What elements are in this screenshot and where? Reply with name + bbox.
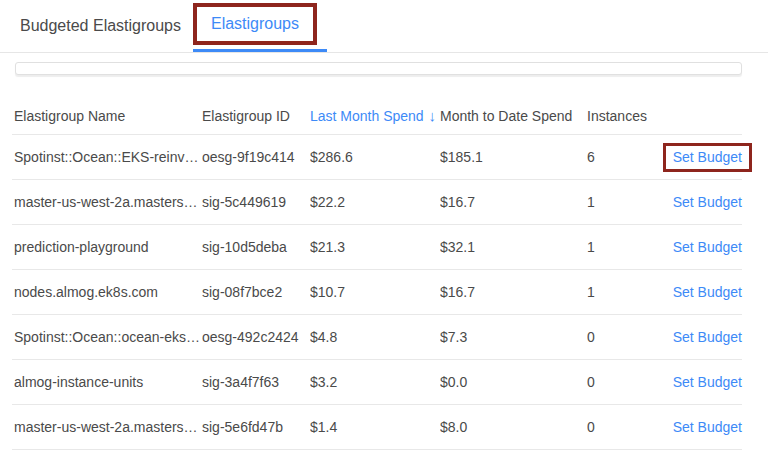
- tab-budgeted-elastigroups-label: Budgeted Elastigroups: [20, 17, 181, 35]
- sort-descending-icon[interactable]: ↓: [429, 107, 437, 124]
- tab-bar: Budgeted Elastigroups Elastigroups: [0, 0, 768, 53]
- table-row: prediction-playground sig-10d5deba $21.3…: [12, 225, 742, 270]
- cell-month-to-date-spend: $8.0: [440, 419, 587, 435]
- annotation-box-set-budget: Set Budget: [663, 368, 752, 397]
- table-body: Spotinst::Ocean::EKS-reinv… oesg-9f19c41…: [0, 135, 768, 450]
- column-header-instances[interactable]: Instances: [587, 108, 662, 124]
- tab-elastigroups[interactable]: Elastigroups: [211, 15, 299, 33]
- set-budget-link[interactable]: Set Budget: [673, 329, 742, 345]
- tab-bar-divider: [0, 52, 768, 53]
- cell-last-month-spend: $4.8: [310, 329, 440, 345]
- table-header-row: Elastigroup Name Elastigroup ID Last Mon…: [12, 97, 742, 135]
- annotation-box-set-budget: Set Budget: [663, 278, 752, 307]
- annotation-box-active-tab: Elastigroups: [193, 3, 317, 45]
- column-header-last-month-spend[interactable]: Last Month Spend ↓: [310, 107, 440, 124]
- cell-elastigroup-name: Spotinst::Ocean::EKS-reinv…: [14, 149, 202, 165]
- table-row: nodes.almog.ek8s.com sig-08f7bce2 $10.7 …: [12, 270, 742, 315]
- cell-last-month-spend: $3.2: [310, 374, 440, 390]
- cell-instances: 0: [587, 374, 662, 390]
- set-budget-link[interactable]: Set Budget: [673, 419, 742, 435]
- cell-month-to-date-spend: $32.1: [440, 239, 587, 255]
- cell-elastigroup-id: oesg-9f19c414: [202, 149, 310, 165]
- set-budget-link[interactable]: Set Budget: [673, 194, 742, 210]
- cell-elastigroup-name: master-us-west-2a.masters…: [14, 194, 202, 210]
- cell-last-month-spend: $22.2: [310, 194, 440, 210]
- cell-instances: 6: [587, 149, 662, 165]
- cell-elastigroup-id: sig-5e6fd47b: [202, 419, 310, 435]
- column-header-last-month-spend-label: Last Month Spend: [310, 108, 424, 124]
- cell-elastigroup-id: sig-3a4f7f63: [202, 374, 310, 390]
- cell-instances: 1: [587, 194, 662, 210]
- cell-elastigroup-name: master-us-west-2a.masters…: [14, 419, 202, 435]
- cell-action: Set Budget: [662, 278, 742, 307]
- cell-elastigroup-id: oesg-492c2424: [202, 329, 310, 345]
- cell-elastigroup-name: nodes.almog.ek8s.com: [14, 284, 202, 300]
- set-budget-link[interactable]: Set Budget: [673, 374, 742, 390]
- annotation-box-set-budget: Set Budget: [663, 143, 752, 172]
- cell-action: Set Budget: [662, 413, 742, 442]
- table-row: almog-instance-units sig-3a4f7f63 $3.2 $…: [12, 360, 742, 405]
- cell-elastigroup-name: prediction-playground: [14, 239, 202, 255]
- cell-action: Set Budget: [662, 188, 742, 217]
- cell-elastigroup-name: almog-instance-units: [14, 374, 202, 390]
- annotation-box-set-budget: Set Budget: [663, 323, 752, 352]
- cell-instances: 0: [587, 419, 662, 435]
- filter-bar[interactable]: [15, 62, 742, 75]
- cell-elastigroup-id: sig-5c449619: [202, 194, 310, 210]
- set-budget-link[interactable]: Set Budget: [673, 149, 742, 165]
- cell-action: Set Budget: [662, 368, 742, 397]
- cell-instances: 1: [587, 239, 662, 255]
- cell-action: Set Budget: [662, 143, 742, 172]
- set-budget-link[interactable]: Set Budget: [673, 284, 742, 300]
- cell-elastigroup-name: Spotinst::Ocean::ocean-eks…: [14, 329, 202, 345]
- cell-month-to-date-spend: $7.3: [440, 329, 587, 345]
- tab-budgeted-elastigroups[interactable]: Budgeted Elastigroups: [20, 0, 181, 52]
- column-header-month-to-date-spend[interactable]: Month to Date Spend: [440, 108, 587, 124]
- cell-last-month-spend: $286.6: [310, 149, 440, 165]
- annotation-box-set-budget: Set Budget: [663, 413, 752, 442]
- annotation-box-set-budget: Set Budget: [663, 188, 752, 217]
- cell-month-to-date-spend: $0.0: [440, 374, 587, 390]
- cell-elastigroup-id: sig-08f7bce2: [202, 284, 310, 300]
- table-row: master-us-west-2a.masters… sig-5c449619 …: [12, 180, 742, 225]
- cell-month-to-date-spend: $16.7: [440, 284, 587, 300]
- cell-instances: 1: [587, 284, 662, 300]
- elastigroups-table: Elastigroup Name Elastigroup ID Last Mon…: [0, 97, 768, 450]
- cell-action: Set Budget: [662, 323, 742, 352]
- cell-month-to-date-spend: $16.7: [440, 194, 587, 210]
- cell-last-month-spend: $21.3: [310, 239, 440, 255]
- annotation-box-set-budget: Set Budget: [663, 233, 752, 262]
- column-header-elastigroup-name[interactable]: Elastigroup Name: [14, 108, 202, 124]
- cell-month-to-date-spend: $185.1: [440, 149, 587, 165]
- table-row: Spotinst::Ocean::ocean-eks… oesg-492c242…: [12, 315, 742, 360]
- table-row: Spotinst::Ocean::EKS-reinv… oesg-9f19c41…: [12, 135, 742, 180]
- table-row: master-us-west-2a.masters… sig-5e6fd47b …: [12, 405, 742, 450]
- set-budget-link[interactable]: Set Budget: [673, 239, 742, 255]
- cell-last-month-spend: $10.7: [310, 284, 440, 300]
- cell-action: Set Budget: [662, 233, 742, 262]
- cell-instances: 0: [587, 329, 662, 345]
- column-header-elastigroup-id[interactable]: Elastigroup ID: [202, 108, 310, 124]
- cell-elastigroup-id: sig-10d5deba: [202, 239, 310, 255]
- cell-last-month-spend: $1.4: [310, 419, 440, 435]
